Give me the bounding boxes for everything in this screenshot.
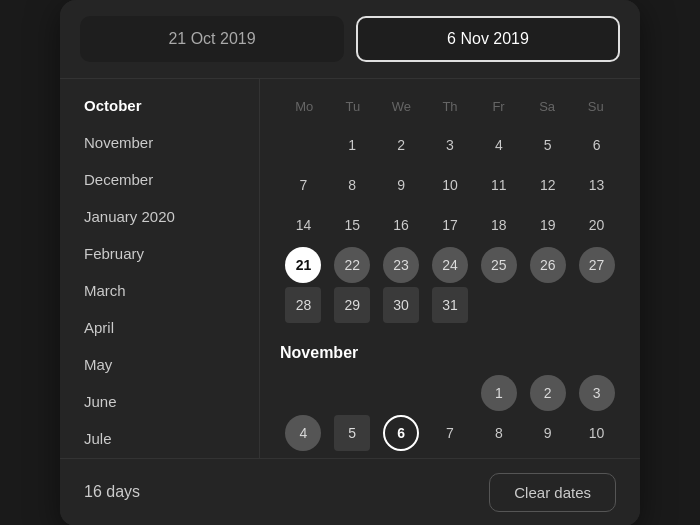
calendar-area[interactable]: MoTuWeThFrSaSu 1234567891011121314151617…: [260, 79, 640, 458]
month-item[interactable]: February: [60, 235, 259, 272]
day-cell[interactable]: 25: [481, 247, 517, 283]
month-item[interactable]: May: [60, 346, 259, 383]
day-cell[interactable]: 26: [530, 247, 566, 283]
november-section: November123456789101112131415161718: [280, 340, 620, 458]
day-cell[interactable]: 11: [285, 455, 321, 458]
day-cell[interactable]: 30: [383, 287, 419, 323]
day-header: Fr: [474, 95, 523, 118]
day-cell[interactable]: 18: [481, 207, 517, 243]
day-cell[interactable]: 6: [579, 127, 615, 163]
day-header: We: [377, 95, 426, 118]
day-cell[interactable]: 17: [432, 207, 468, 243]
day-header: Sa: [523, 95, 572, 118]
month-item[interactable]: October: [60, 87, 259, 124]
day-cell[interactable]: 14: [432, 455, 468, 458]
day-cell: [285, 127, 321, 163]
days-count: 16 days: [84, 483, 140, 501]
day-cell[interactable]: 24: [432, 247, 468, 283]
day-cell[interactable]: 4: [285, 415, 321, 451]
day-cell[interactable]: 13: [579, 167, 615, 203]
october-section: 1234567891011121314151617181920212223242…: [280, 126, 620, 324]
day-cell[interactable]: 23: [383, 247, 419, 283]
day-cell[interactable]: 28: [285, 287, 321, 323]
day-cell[interactable]: 8: [334, 167, 370, 203]
day-cell[interactable]: 5: [334, 415, 370, 451]
day-cell[interactable]: 4: [481, 127, 517, 163]
day-header: Mo: [280, 95, 329, 118]
day-cell[interactable]: 11: [481, 167, 517, 203]
day-header: Tu: [329, 95, 378, 118]
day-cell[interactable]: 1: [334, 127, 370, 163]
day-cell[interactable]: 5: [530, 127, 566, 163]
picker-body: OctoberNovemberDecemberJanuary 2020Febru…: [60, 78, 640, 458]
day-cell[interactable]: 22: [334, 247, 370, 283]
end-date-button[interactable]: 6 Nov 2019: [356, 16, 620, 62]
month-item[interactable]: August: [60, 457, 259, 458]
month-item[interactable]: April: [60, 309, 259, 346]
day-cell[interactable]: 29: [334, 287, 370, 323]
date-picker-header: 21 Oct 2019 6 Nov 2019: [60, 0, 640, 78]
day-cell[interactable]: 13: [383, 455, 419, 458]
day-cell[interactable]: 3: [579, 375, 615, 411]
day-header: Th: [426, 95, 475, 118]
day-cell[interactable]: 16: [530, 455, 566, 458]
day-cell: [285, 375, 321, 411]
day-cell[interactable]: 10: [432, 167, 468, 203]
day-cell[interactable]: 16: [383, 207, 419, 243]
day-headers: MoTuWeThFrSaSu: [280, 95, 620, 118]
month-list[interactable]: OctoberNovemberDecemberJanuary 2020Febru…: [60, 79, 260, 458]
month-item[interactable]: January 2020: [60, 198, 259, 235]
day-cell[interactable]: 21: [285, 247, 321, 283]
day-cell[interactable]: 6: [383, 415, 419, 451]
day-cell[interactable]: 19: [530, 207, 566, 243]
day-cell[interactable]: 2: [383, 127, 419, 163]
day-cell[interactable]: 12: [530, 167, 566, 203]
day-cell[interactable]: 14: [285, 207, 321, 243]
day-cell[interactable]: 9: [530, 415, 566, 451]
day-cell[interactable]: 15: [481, 455, 517, 458]
date-picker: 21 Oct 2019 6 Nov 2019 OctoberNovemberDe…: [60, 0, 640, 525]
day-cell[interactable]: 8: [481, 415, 517, 451]
day-cell[interactable]: 15: [334, 207, 370, 243]
day-cell[interactable]: 9: [383, 167, 419, 203]
day-cell: [334, 375, 370, 411]
day-cell[interactable]: 3: [432, 127, 468, 163]
day-cell[interactable]: 17: [579, 455, 615, 458]
day-cell: [383, 375, 419, 411]
day-header: Su: [571, 95, 620, 118]
day-cell[interactable]: 7: [285, 167, 321, 203]
day-cell[interactable]: 12: [334, 455, 370, 458]
day-cell[interactable]: 20: [579, 207, 615, 243]
month-item[interactable]: November: [60, 124, 259, 161]
clear-dates-button[interactable]: Clear dates: [489, 473, 616, 512]
november-title: November: [280, 340, 620, 366]
start-date-button[interactable]: 21 Oct 2019: [80, 16, 344, 62]
day-cell[interactable]: 2: [530, 375, 566, 411]
month-item[interactable]: December: [60, 161, 259, 198]
day-cell[interactable]: 27: [579, 247, 615, 283]
month-item[interactable]: Jule: [60, 420, 259, 457]
month-item[interactable]: June: [60, 383, 259, 420]
day-cell[interactable]: 31: [432, 287, 468, 323]
day-cell: [432, 375, 468, 411]
day-cell[interactable]: 7: [432, 415, 468, 451]
picker-footer: 16 days Clear dates: [60, 458, 640, 526]
day-cell[interactable]: 1: [481, 375, 517, 411]
month-item[interactable]: March: [60, 272, 259, 309]
day-cell[interactable]: 10: [579, 415, 615, 451]
